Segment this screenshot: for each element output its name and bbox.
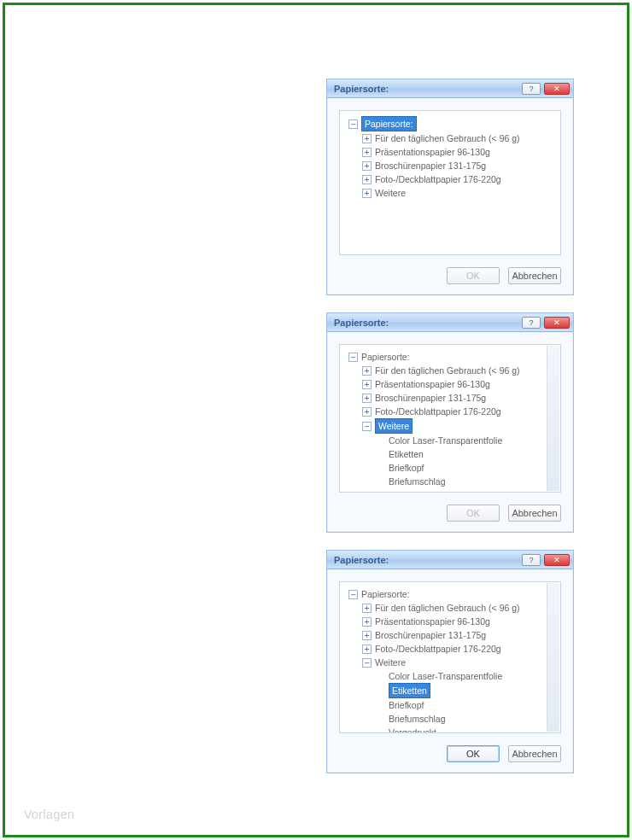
tree-node-label[interactable]: Etiketten: [389, 447, 424, 461]
tree-node-label[interactable]: Weitere: [375, 418, 413, 434]
tree-node-label[interactable]: Etiketten: [389, 683, 430, 698]
tree-node[interactable]: Für den täglichen Gebrauch (< 96 g): [343, 601, 557, 615]
expand-icon[interactable]: [362, 604, 372, 613]
expand-icon[interactable]: [362, 631, 372, 640]
dialogs-column: Papiersorte: ? ✕ Papiersorte:Für den täg…: [326, 79, 574, 773]
tree-node-label[interactable]: Foto-/Deckblattpapier 176-220g: [375, 405, 501, 418]
tree-node-label[interactable]: Broschürenpapier 131-175g: [375, 628, 486, 642]
cancel-button[interactable]: Abbrechen: [508, 745, 561, 762]
tree-node[interactable]: Color Laser-Transparentfolie: [343, 434, 557, 447]
collapse-icon[interactable]: [362, 658, 372, 668]
tree-node-label[interactable]: Papiersorte:: [361, 350, 410, 364]
expand-icon[interactable]: [362, 134, 372, 143]
tree-node[interactable]: Foto-/Deckblattpapier 176-220g: [343, 405, 557, 418]
expand-icon[interactable]: [362, 161, 372, 171]
tree-node-label[interactable]: Briefumschlag: [389, 712, 446, 726]
tree-node-label[interactable]: Broschürenpapier 131-175g: [375, 391, 486, 405]
help-button[interactable]: ?: [522, 554, 541, 566]
tree-node[interactable]: Präsentationspapier 96-130g: [343, 145, 557, 159]
tree-node[interactable]: Für den täglichen Gebrauch (< 96 g): [343, 131, 557, 145]
expand-icon[interactable]: [362, 617, 372, 627]
tree-panel: Papiersorte:Für den täglichen Gebrauch (…: [339, 344, 561, 493]
close-button[interactable]: ✕: [544, 83, 570, 95]
tree-node[interactable]: Für den täglichen Gebrauch (< 96 g): [343, 364, 557, 377]
tree-node[interactable]: Etiketten: [343, 447, 557, 461]
tree-node[interactable]: Broschürenpapier 131-175g: [343, 628, 557, 642]
expand-icon[interactable]: [362, 394, 372, 403]
ok-button[interactable]: OK: [447, 745, 500, 762]
tree-node-label[interactable]: Briefumschlag: [389, 475, 446, 488]
tree-node[interactable]: Präsentationspapier 96-130g: [343, 377, 557, 391]
expand-icon[interactable]: [362, 380, 372, 389]
tree-node[interactable]: Broschürenpapier 131-175g: [343, 391, 557, 405]
tree-node[interactable]: Foto-/Deckblattpapier 176-220g: [343, 172, 557, 186]
tree-node[interactable]: Papiersorte:: [343, 350, 557, 364]
collapse-icon[interactable]: [348, 590, 358, 599]
tree-node[interactable]: Papiersorte:: [343, 116, 557, 131]
cancel-button[interactable]: Abbrechen: [508, 267, 561, 284]
tree[interactable]: Papiersorte:Für den täglichen Gebrauch (…: [343, 350, 557, 493]
button-row: OK Abbrechen: [327, 260, 573, 295]
expand-icon[interactable]: [362, 148, 372, 157]
tree-node-label[interactable]: Weitere: [375, 656, 406, 669]
tree-node-label[interactable]: Color Laser-Transparentfolie: [389, 434, 502, 447]
tree-node[interactable]: Briefkopf: [343, 698, 557, 712]
tree-node-label[interactable]: Briefkopf: [389, 461, 424, 475]
expand-icon[interactable]: [362, 645, 372, 654]
tree-node[interactable]: Broschürenpapier 131-175g: [343, 159, 557, 172]
tree-node-label[interactable]: Vorgedruckt: [389, 488, 436, 493]
paper-type-dialog: Papiersorte: ? ✕ Papiersorte:Für den täg…: [326, 550, 574, 773]
close-button[interactable]: ✕: [544, 317, 570, 329]
tree-node-label[interactable]: Präsentationspapier 96-130g: [375, 145, 490, 159]
tree-node[interactable]: Briefkopf: [343, 461, 557, 475]
tree-node[interactable]: Briefumschlag: [343, 475, 557, 488]
expand-icon[interactable]: [362, 189, 372, 198]
tree-node-label[interactable]: Broschürenpapier 131-175g: [375, 159, 486, 172]
cancel-button[interactable]: Abbrechen: [508, 505, 561, 522]
tree-node[interactable]: Papiersorte:: [343, 587, 557, 601]
tree-node[interactable]: Vorgedruckt: [343, 726, 557, 733]
tree-node-label[interactable]: Foto-/Deckblattpapier 176-220g: [375, 172, 501, 186]
watermark-text: Vorlagen: [24, 808, 74, 821]
ok-button[interactable]: OK: [447, 267, 500, 284]
collapse-icon[interactable]: [348, 120, 358, 129]
tree-node-label[interactable]: Vorgedruckt: [389, 726, 436, 733]
tree-node-label[interactable]: Für den täglichen Gebrauch (< 96 g): [375, 601, 520, 615]
close-button[interactable]: ✕: [544, 554, 570, 566]
tree-node-label[interactable]: Papiersorte:: [361, 116, 417, 131]
tree-node[interactable]: Vorgedruckt: [343, 488, 557, 493]
dialog-title: Papiersorte:: [334, 84, 518, 94]
tree-node[interactable]: Color Laser-Transparentfolie: [343, 669, 557, 683]
tree-node-label[interactable]: Foto-/Deckblattpapier 176-220g: [375, 642, 501, 656]
tree-node-label[interactable]: Color Laser-Transparentfolie: [389, 669, 502, 683]
titlebar[interactable]: Papiersorte: ? ✕: [327, 551, 573, 569]
collapse-icon[interactable]: [348, 353, 358, 362]
dialog-title: Papiersorte:: [334, 318, 518, 328]
tree[interactable]: Papiersorte:Für den täglichen Gebrauch (…: [343, 587, 557, 733]
tree-node-label[interactable]: Für den täglichen Gebrauch (< 96 g): [375, 364, 520, 377]
tree-node[interactable]: Präsentationspapier 96-130g: [343, 615, 557, 628]
titlebar[interactable]: Papiersorte: ? ✕: [327, 313, 573, 332]
expand-icon[interactable]: [362, 366, 372, 376]
tree-node[interactable]: Weitere: [343, 418, 557, 434]
tree-node-label[interactable]: Weitere: [375, 186, 406, 200]
tree-node-label[interactable]: Präsentationspapier 96-130g: [375, 377, 490, 391]
paper-type-dialog: Papiersorte: ? ✕ Papiersorte:Für den täg…: [326, 79, 574, 295]
tree-node-label[interactable]: Briefkopf: [389, 698, 424, 712]
expand-icon[interactable]: [362, 175, 372, 184]
tree-node[interactable]: Etiketten: [343, 683, 557, 698]
help-button[interactable]: ?: [522, 83, 541, 95]
titlebar[interactable]: Papiersorte: ? ✕: [327, 79, 573, 98]
tree[interactable]: Papiersorte:Für den täglichen Gebrauch (…: [343, 116, 557, 200]
expand-icon[interactable]: [362, 407, 372, 417]
tree-node[interactable]: Foto-/Deckblattpapier 176-220g: [343, 642, 557, 656]
tree-node[interactable]: Weitere: [343, 656, 557, 669]
tree-node[interactable]: Weitere: [343, 186, 557, 200]
tree-node[interactable]: Briefumschlag: [343, 712, 557, 726]
tree-node-label[interactable]: Präsentationspapier 96-130g: [375, 615, 490, 628]
tree-node-label[interactable]: Papiersorte:: [361, 587, 410, 601]
collapse-icon[interactable]: [362, 422, 372, 431]
ok-button[interactable]: OK: [447, 505, 500, 522]
tree-node-label[interactable]: Für den täglichen Gebrauch (< 96 g): [375, 131, 520, 145]
help-button[interactable]: ?: [522, 317, 541, 329]
